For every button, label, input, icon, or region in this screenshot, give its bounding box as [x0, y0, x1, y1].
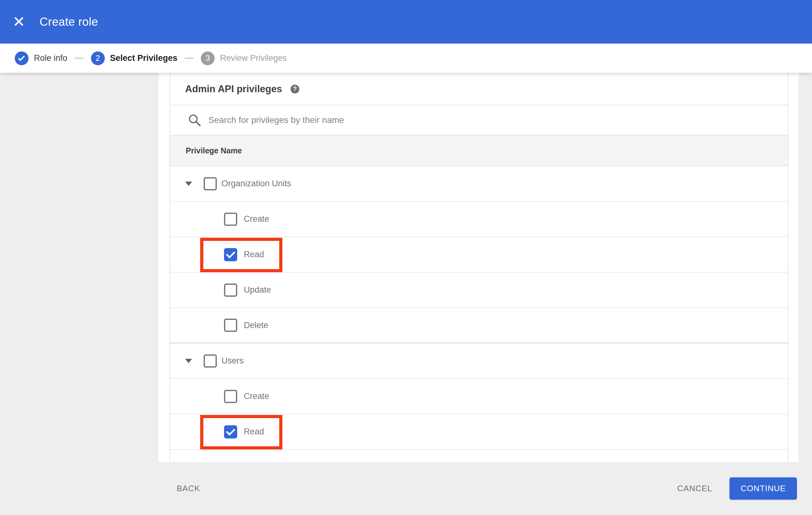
privilege-row: Create: [170, 379, 788, 414]
step-2-circle: 2: [91, 52, 105, 65]
search-icon: [188, 114, 201, 127]
privilege-label: Users: [222, 356, 244, 366]
checkbox-users[interactable]: [204, 355, 217, 368]
check-icon: [18, 54, 25, 61]
highlight-annotation: [200, 238, 282, 272]
checkbox-organization-units[interactable]: [204, 177, 217, 190]
step-2-label: Select Privileges: [110, 53, 178, 63]
privilege-label: Organization Units: [222, 179, 291, 188]
help-icon[interactable]: ?: [291, 85, 299, 93]
privilege-group-row: Users: [170, 343, 788, 379]
checkbox-orgunits-create[interactable]: [224, 213, 237, 226]
step-3-label: Review Privileges: [220, 53, 287, 63]
column-privilege-name: Privilege Name: [186, 146, 242, 155]
privilege-label: Create: [244, 391, 269, 401]
back-button[interactable]: BACK: [177, 484, 200, 493]
checkbox-orgunits-delete[interactable]: [224, 319, 237, 332]
step-3-circle: 3: [201, 52, 214, 65]
section-title-block: Admin API privileges ?: [170, 73, 788, 105]
checkbox-users-read[interactable]: [224, 425, 237, 438]
privilege-search-row: [170, 105, 788, 135]
privilege-row: Update: [170, 273, 788, 308]
close-icon[interactable]: ✕: [9, 12, 28, 31]
privilege-group-row: Organization Units: [170, 166, 788, 202]
step-connector: [75, 58, 83, 59]
privilege-row: Delete: [170, 308, 788, 343]
dialog-panel: Admin API privileges ? Privilege Name Or…: [158, 73, 799, 462]
checkbox-orgunits-update[interactable]: [224, 283, 237, 297]
privilege-label: Update: [244, 285, 271, 295]
highlight-annotation: [200, 415, 282, 450]
privilege-row-partial: [170, 450, 788, 462]
step-role-info[interactable]: Role info: [15, 52, 67, 65]
step-connector: [185, 58, 193, 59]
appbar: ✕ Create role: [0, 0, 812, 43]
section-title: Admin API privileges: [185, 84, 282, 95]
main-area: Admin API privileges ? Privilege Name Or…: [0, 73, 812, 462]
checkbox-users-create[interactable]: [224, 390, 237, 403]
privilege-row: Read: [170, 237, 788, 273]
table-header: Privilege Name: [170, 135, 788, 166]
search-input[interactable]: [208, 115, 679, 125]
privilege-row: Create: [170, 202, 788, 237]
privilege-label: Create: [244, 214, 269, 224]
privilege-label: Read: [244, 427, 264, 436]
privilege-row: Read: [170, 414, 788, 450]
step-select-privileges[interactable]: 2 Select Privileges: [91, 52, 178, 65]
step-1-circle: [15, 52, 29, 65]
step-1-label: Role info: [34, 53, 67, 63]
continue-button[interactable]: CONTINUE: [729, 477, 797, 499]
dialog-title: Create role: [39, 16, 98, 29]
chevron-down-icon[interactable]: [185, 182, 192, 186]
wizard-stepper: Role info 2 Select Privileges 3 Review P…: [0, 43, 812, 73]
footer-bar: BACK CANCEL CONTINUE: [0, 462, 812, 515]
footer-actions: CANCEL CONTINUE: [677, 477, 797, 499]
step-review-privileges[interactable]: 3 Review Privileges: [201, 52, 287, 65]
privilege-label: Delete: [244, 321, 268, 330]
privileges-card: Admin API privileges ? Privilege Name Or…: [169, 73, 788, 462]
checkbox-orgunits-read[interactable]: [224, 248, 237, 261]
cancel-button[interactable]: CANCEL: [677, 484, 712, 493]
privilege-label: Read: [244, 250, 264, 260]
chevron-down-icon[interactable]: [185, 359, 192, 363]
